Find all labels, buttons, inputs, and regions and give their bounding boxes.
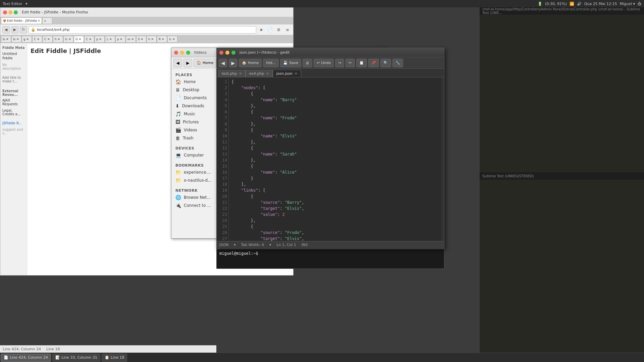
fm-forward-btn[interactable]: ▶ [183,59,192,67]
gedit-home-btn[interactable]: 🏠 Home [239,59,262,67]
network-icon: 📶 [570,2,574,6]
gedit-tab-close-2[interactable]: ✕ [266,72,269,75]
desktop-icon: 🖥 [175,87,180,93]
gedit-toolbar: ◀ ▶ 🏠 Home htd... 💾 Save 🖨 ↩ Undo ↪ [217,57,444,69]
taskbar-icon-3: 📋 [105,355,109,360]
gedit-search-btn[interactable]: 🔍 [380,59,391,67]
gedit-tab-close-3[interactable]: ✕ [294,72,297,75]
add-title-item[interactable]: Add title to make t... [0,74,27,84]
code-editor[interactable]: { "nodes": [ { "name": "Barry" }, { "nam… [229,77,441,241]
no-description: No description [0,62,27,72]
sublime-titlebar: chef-at-home/app/Http/Controllers/Admin … [480,7,644,15]
tab-width[interactable]: Tab Width: 4 [241,243,264,247]
tab-ls-1[interactable]: ls ✕ [1,36,11,43]
reload-btn[interactable]: ↻ [20,26,27,34]
line18-status: Line 18 [46,347,60,351]
videos-icon: 🎬 [175,127,181,133]
terminal-content[interactable]: miguel@miguel:~$ █ [217,250,444,268]
gedit-close-btn[interactable] [219,51,223,55]
tab-c1[interactable]: C ✕ [32,36,42,43]
gedit-save-btn[interactable]: 💾 Save [280,59,301,67]
browser-titlebar: Edit fiddle - JSFiddle - Mozilla Firefox [0,8,293,17]
legal-credits-item[interactable]: Legal, Credits a... [0,107,27,117]
browser-min-btn[interactable] [8,10,12,14]
ajax-requests-item[interactable]: AJAX Requests [0,97,27,107]
sublime-text-panel: chef-at-home/app/Http/Controllers/Admin … [480,7,644,362]
untitled-fiddle[interactable]: Untitled fiddle [0,50,27,62]
gedit-tab-testphp[interactable]: test.php ✕ [218,70,246,77]
taskbar-item-1[interactable]: 📄 Line 424, Column 24 [1,354,51,362]
tab-lc2[interactable]: lc ✕ [167,36,177,43]
documents-icon: 📄 [175,95,181,101]
fiddle-meta-header: Fiddle Meta [0,44,27,50]
fm-title: htdocs [194,50,207,55]
gedit-cut-btn[interactable]: ✂ [345,59,355,67]
tab-p2[interactable]: p ✕ [115,36,125,43]
new-tab-icon-btn[interactable]: 📄 [266,26,274,34]
address-bar[interactable]: 🔒 localhost/ex4.php [29,26,256,34]
taskbar-icon-1: 📄 [4,355,8,360]
bookmarks-btn[interactable]: ★ [258,26,265,34]
fm-close-btn[interactable] [174,51,178,55]
browser-active-tab[interactable]: 🦊 Edit fiddle - JSFiddle ✕ [1,17,42,24]
back-btn[interactable]: ◀ [2,26,10,34]
tab-g2[interactable]: G ✕ [74,36,84,43]
home-icon: 🏠 [175,79,181,84]
gedit-htdocs-btn[interactable]: htd... [263,59,279,67]
gedit-max-btn[interactable] [231,51,235,55]
fm-back-btn[interactable]: ◀ [173,59,182,67]
power-icon: ⏻ [638,2,641,6]
gedit-tools-btn[interactable]: 🔧 [392,59,403,67]
gedit-undo-btn[interactable]: ↩ Undo [314,59,334,67]
copy-icon: 📋 [359,61,364,65]
gedit-scrollbar[interactable] [441,77,444,241]
external-resources-header: External Resou... [0,87,27,97]
taskbar-item-2[interactable]: 📝 Line 33, Column 31 [52,354,100,362]
taskbar-item-3[interactable]: 📋 Line 18 [102,354,127,362]
folder-icon-2: 📁 [175,178,181,183]
browser-max-btn[interactable] [14,10,18,14]
gedit-min-btn[interactable] [225,51,229,55]
browser-new-tab-btn[interactable]: + [42,17,52,24]
folder-icon-1: 📁 [175,170,181,175]
fm-min-btn[interactable] [180,51,184,55]
tab-S[interactable]: S ✕ [136,36,146,43]
gedit-tab-ex4php[interactable]: ex4.php ✕ [246,70,273,77]
tab-R[interactable]: R ✕ [157,36,167,43]
gedit-print-btn[interactable]: 🖨 [303,59,312,67]
tab-m[interactable]: m ✕ [126,36,136,43]
tab-lc1[interactable]: lc ✕ [63,36,73,43]
tab-g[interactable]: g ✕ [22,36,32,43]
suggest-item[interactable]: suggest and v... [0,126,27,136]
gedit-paste-btn[interactable]: 📌 [368,59,379,67]
cut-icon: ✂ [348,61,352,65]
gedit-redo-btn[interactable]: ↪ [335,59,344,67]
tab-h2[interactable]: h ✕ [147,36,157,43]
gedit-copy-btn[interactable]: 📋 [356,59,367,67]
tab-close-btn[interactable]: ✕ [38,19,40,22]
extra-tab-bar: ls ✕ ls ✕ g ✕ C ✕ C ✕ h ✕ lc ✕ G ✕ C ✕ p… [0,35,293,43]
forward-btn[interactable]: ▶ [11,26,18,34]
tab-p[interactable]: p ✕ [95,36,105,43]
tab-c3[interactable]: C ✕ [84,36,94,43]
menu-btn[interactable]: ≡ [284,26,291,34]
browser-close-btn[interactable] [3,10,7,14]
save-icon: 💾 [283,61,288,65]
gedit-tab-close-1[interactable]: ✕ [239,72,242,75]
tab-ls-2[interactable]: ls ✕ [11,36,21,43]
browser-sidebar: Fiddle Meta Untitled fiddle No descripti… [0,44,27,275]
tab-L[interactable]: L ✕ [105,36,115,43]
tab-c2[interactable]: C ✕ [43,36,53,43]
jsfiddle-R-item[interactable]: JSFiddle R... [0,120,27,126]
gedit-forward-btn[interactable]: ▶ [229,59,237,67]
json-format[interactable]: JSON [219,243,228,247]
fm-home-btn[interactable]: 🏠 Home [194,59,216,67]
fm-max-btn[interactable] [186,51,190,55]
gedit-tab-json[interactable]: json.json ✕ [273,70,301,77]
paste-icon: 📌 [371,61,376,65]
tab-h1[interactable]: h ✕ [53,36,63,43]
home-icon: 🏠 [197,61,201,65]
undo-icon: ↩ [317,61,320,65]
settings-btn[interactable]: ⚙ [275,26,282,34]
gedit-back-btn[interactable]: ◀ [219,59,227,67]
